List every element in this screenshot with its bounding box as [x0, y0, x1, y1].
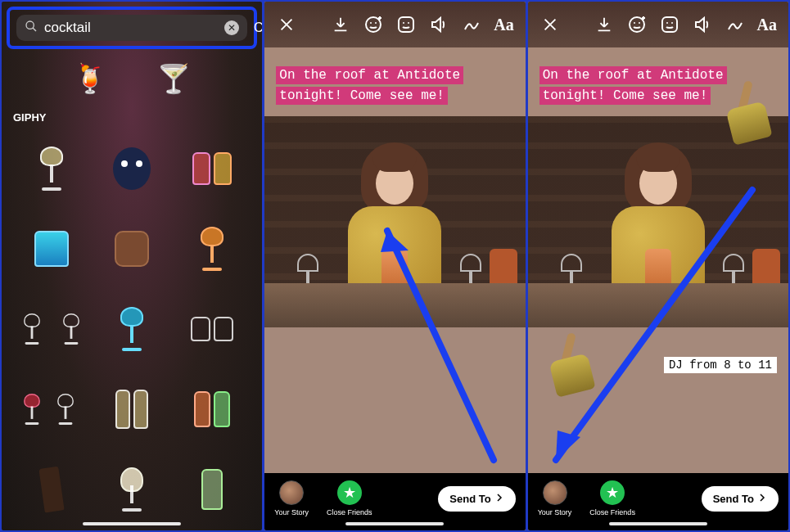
story-topbar: Aa [528, 2, 788, 47]
avatar [279, 480, 304, 505]
send-to-label: Send To [713, 493, 754, 505]
svg-point-23 [671, 22, 673, 24]
share-bar: Your Story ★ Close Friends Send To [528, 473, 788, 530]
svg-point-11 [408, 22, 409, 24]
story-editor-panel-2: Aa On the roof at Antidote tonight! Come… [528, 2, 788, 530]
sticker-tropical-drinks[interactable] [172, 369, 252, 449]
star-icon: ★ [337, 480, 362, 505]
giphy-search-panel: ✕ Cancel 🍹 🍸 GIPHY [2, 2, 262, 530]
avatar [543, 480, 567, 505]
sticker-brown-tumbler[interactable] [92, 209, 172, 289]
close-friends-button[interactable]: ★ Close Friends [589, 480, 635, 516]
home-indicator[interactable] [83, 522, 181, 525]
martini-emoji[interactable]: 🍸 [156, 62, 191, 95]
sticker-two-cocktails[interactable] [172, 128, 252, 209]
sound-icon[interactable] [692, 14, 713, 35]
svg-point-5 [370, 22, 372, 24]
send-to-label: Send To [449, 493, 490, 505]
close-icon[interactable] [276, 14, 297, 35]
draw-icon[interactable] [461, 14, 482, 35]
download-icon[interactable] [594, 14, 615, 35]
sticker-double-glasses[interactable] [11, 289, 92, 369]
your-story-button[interactable]: Your Story [538, 480, 572, 516]
bar-top [264, 283, 525, 327]
giphy-section-label: GIPHY [2, 106, 262, 125]
emoji-suggestion-row: 🍹 🍸 [2, 54, 262, 106]
svg-point-4 [366, 17, 381, 32]
text-tool-button[interactable]: Aa [757, 16, 777, 34]
home-indicator[interactable] [609, 522, 707, 525]
sticker-blue-drink-sparkle[interactable] [11, 209, 92, 289]
star-icon: ★ [600, 480, 625, 505]
svg-point-18 [639, 22, 640, 24]
chevron-right-icon [757, 493, 767, 505]
sticker-dancing-blueberry[interactable] [92, 128, 172, 209]
svg-point-10 [403, 22, 404, 24]
cancel-button[interactable]: Cancel [254, 20, 262, 35]
svg-line-1 [33, 28, 36, 31]
svg-rect-9 [399, 17, 413, 32]
face-filter-icon[interactable] [626, 14, 648, 35]
sticker-blue-martini[interactable] [92, 289, 172, 369]
your-story-button[interactable]: Your Story [274, 480, 309, 516]
search-input[interactable] [44, 20, 218, 36]
dj-text-overlay[interactable]: DJ from 8 to 11 [664, 357, 777, 373]
story-photo[interactable] [264, 116, 525, 327]
clear-search-icon[interactable]: ✕ [224, 20, 239, 35]
search-icon [25, 20, 38, 36]
send-to-button[interactable]: Send To [438, 486, 515, 512]
sticker-orange-cocktail[interactable] [172, 209, 252, 289]
caption-line-1: On the roof at Antidote [276, 66, 463, 84]
tropical-drink-emoji[interactable]: 🍹 [73, 62, 107, 95]
svg-point-22 [666, 22, 668, 24]
bar-top [528, 283, 788, 327]
search-pill: ✕ [16, 15, 247, 41]
sticker-tall-drinks[interactable] [92, 369, 172, 449]
caption-line-2: tonight! Come see me! [276, 87, 448, 105]
send-to-button[interactable]: Send To [702, 486, 779, 512]
story-caption[interactable]: On the roof at Antidote tonight! Come se… [276, 65, 463, 106]
close-friends-label: Close Friends [327, 508, 372, 516]
sticker-icon[interactable] [395, 14, 417, 35]
svg-point-16 [630, 17, 644, 32]
home-indicator[interactable] [345, 522, 444, 525]
sticker-icon[interactable] [659, 14, 680, 35]
caption-line-2: tonight! Come see me! [539, 87, 711, 105]
chevron-right-icon [494, 493, 504, 505]
sticker-red-wine-glasses[interactable] [11, 369, 92, 449]
your-story-label: Your Story [274, 508, 309, 516]
draw-icon[interactable] [725, 14, 746, 35]
story-editor-panel-1: Aa On the roof at Antidote tonight! Come… [264, 2, 525, 530]
sticker-short-glasses[interactable] [172, 289, 252, 369]
sticker-mojito[interactable] [172, 449, 252, 530]
your-story-label: Your Story [538, 508, 572, 516]
sound-icon[interactable] [428, 14, 449, 35]
face-filter-icon[interactable] [363, 14, 384, 35]
sticker-grid [2, 125, 262, 530]
share-bar: Your Story ★ Close Friends Send To [264, 473, 525, 530]
svg-point-17 [634, 22, 635, 24]
download-icon[interactable] [330, 14, 351, 35]
svg-point-6 [375, 22, 377, 24]
story-caption[interactable]: On the roof at Antidote tonight! Come se… [539, 65, 727, 106]
close-friends-label: Close Friends [589, 508, 635, 516]
text-tool-button[interactable]: Aa [494, 16, 513, 34]
sticker-pina-colada[interactable] [92, 449, 172, 530]
svg-rect-21 [662, 17, 677, 32]
sticker-whiskey-bottle[interactable] [11, 449, 92, 530]
svg-point-0 [26, 21, 34, 29]
close-icon[interactable] [539, 14, 561, 35]
sticker-martini-glass[interactable] [11, 128, 92, 209]
search-row-highlight: ✕ Cancel [7, 7, 257, 49]
close-friends-button[interactable]: ★ Close Friends [327, 480, 372, 516]
caption-line-1: On the roof at Antidote [539, 66, 727, 84]
story-topbar: Aa [264, 2, 525, 47]
